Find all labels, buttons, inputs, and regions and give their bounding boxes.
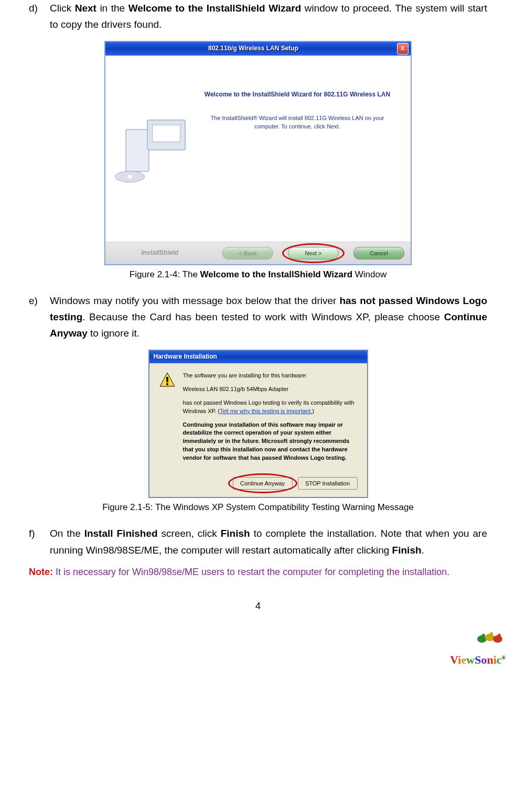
note-body: It is necessary for Win98/98se/ME users … bbox=[53, 567, 449, 577]
cd-disc-icon bbox=[115, 171, 145, 182]
step-d: d) Click Next in the Welcome to the Inst… bbox=[29, 0, 487, 33]
installer-title: 802.11b/g Wireless LAN Setup bbox=[110, 44, 397, 54]
continue-anyway-button[interactable]: Continue Anyway bbox=[233, 477, 293, 490]
installer-description: The InstallShield® Wizard will install 8… bbox=[197, 114, 397, 131]
pc-tower-icon bbox=[125, 129, 149, 172]
step-f-marker: f) bbox=[29, 525, 50, 558]
step-d-body: Click Next in the Welcome to the Install… bbox=[50, 0, 487, 33]
hardware-dialog: Hardware Installation The software you a… bbox=[148, 350, 368, 498]
hw-warning-bold: Continuing your installation of this sof… bbox=[183, 421, 358, 463]
figure-1-caption: Figure 2.1-4: The Welcome to the Install… bbox=[29, 267, 487, 282]
step-f-body: On the Install Finished screen, click Fi… bbox=[50, 525, 487, 558]
footer-logo: ViewSonic® bbox=[0, 630, 516, 666]
svg-point-3 bbox=[477, 635, 487, 643]
close-icon[interactable]: X bbox=[397, 43, 408, 55]
step-e-marker: e) bbox=[29, 293, 50, 342]
why-testing-link[interactable]: Tell me why this testing is important. bbox=[220, 408, 312, 414]
viewsonic-logo-text: ViewSonic® bbox=[450, 651, 506, 667]
next-button[interactable]: Next > bbox=[288, 247, 339, 259]
note-line: Note: It is necessary for Win98/98se/ME … bbox=[29, 565, 487, 580]
stop-installation-button[interactable]: STOP Installation bbox=[298, 477, 358, 490]
step-d-marker: d) bbox=[29, 0, 50, 33]
installer-window: 802.11b/g Wireless LAN Setup X Welcome t… bbox=[104, 41, 412, 265]
figure-1: 802.11b/g Wireless LAN Setup X Welcome t… bbox=[29, 41, 487, 282]
back-button[interactable]: < Back bbox=[222, 247, 273, 259]
warning-icon bbox=[159, 372, 176, 388]
installer-body: Welcome to the InstallShield Wizard for … bbox=[105, 56, 411, 242]
svg-point-6 bbox=[482, 634, 485, 637]
hw-device: Wireless LAN 802.11g/b 54Mbps Adapter bbox=[183, 385, 358, 394]
birds-icon bbox=[474, 630, 506, 650]
svg-point-7 bbox=[490, 632, 493, 635]
installshield-logo: InstallShield bbox=[112, 248, 208, 258]
svg-point-4 bbox=[485, 634, 494, 641]
figure-2: Hardware Installation The software you a… bbox=[29, 350, 487, 515]
installer-titlebar: 802.11b/g Wireless LAN Setup X bbox=[105, 42, 411, 56]
installer-heading: Welcome to the InstallShield Wizard for … bbox=[197, 90, 397, 100]
hardware-titlebar: Hardware Installation bbox=[149, 351, 367, 363]
note-label: Note: bbox=[29, 567, 53, 577]
figure-2-caption: Figure 2.1-5: The Windows XP System Comp… bbox=[29, 500, 487, 515]
svg-point-5 bbox=[493, 635, 502, 643]
hw-line1: The software you are installing for this… bbox=[183, 372, 358, 380]
cancel-button[interactable]: Cancel bbox=[353, 247, 404, 259]
step-e-body: Windows may notify you with message box … bbox=[50, 293, 487, 342]
installer-footer: InstallShield < Back Next > Cancel bbox=[105, 242, 411, 264]
hw-line2: has not passed Windows Logo testing to v… bbox=[183, 399, 358, 416]
pc-monitor-icon bbox=[147, 120, 186, 150]
svg-point-8 bbox=[498, 634, 501, 637]
step-f: f) On the Install Finished screen, click… bbox=[29, 525, 487, 558]
svg-rect-2 bbox=[166, 383, 168, 385]
step-e: e) Windows may notify you with message b… bbox=[29, 293, 487, 342]
svg-rect-1 bbox=[166, 377, 168, 382]
installer-graphic bbox=[105, 56, 197, 242]
page-number: 4 bbox=[29, 599, 487, 614]
